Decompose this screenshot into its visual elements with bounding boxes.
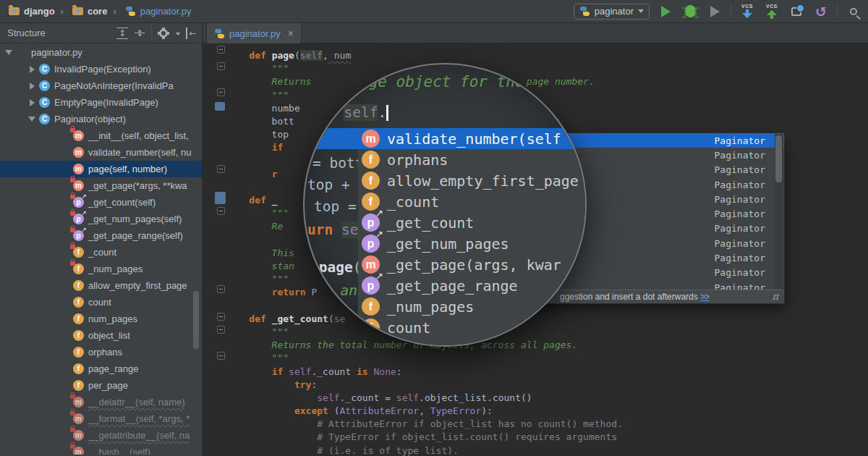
tree-item-label: _get_count(self) (88, 197, 156, 208)
close-icon[interactable]: × (288, 28, 294, 39)
fold-marker-icon[interactable] (217, 207, 225, 215)
fold-marker-icon[interactable] (217, 165, 225, 173)
completion-item-label: _get_count (387, 214, 474, 232)
structure-tree-item[interactable]: m __getattribute__(self, na (0, 427, 202, 444)
structure-tree-item[interactable]: f page_range (0, 360, 202, 377)
vcs-update-button[interactable]: VCS (739, 4, 756, 19)
run-button[interactable] (657, 3, 674, 20)
completion-item-type: Paginator (715, 253, 784, 263)
structure-tree-item[interactable]: C PageNotAnInteger(InvalidPa (0, 77, 202, 94)
symbol-kind-icon: m (73, 397, 84, 408)
structure-tree-item[interactable]: C EmptyPage(InvalidPage) (0, 94, 202, 111)
symbol-kind-icon: m (73, 164, 84, 174)
tree-item-label: _get_num_pages(self) (88, 214, 182, 224)
collapse-all-icon[interactable]: ↕ (134, 28, 145, 39)
completion-item[interactable]: p _get_page_range (358, 275, 587, 296)
completion-item[interactable]: m validate_number(self (358, 128, 587, 149)
structure-tree-item[interactable]: f _count (0, 244, 202, 261)
tree-item-label: PageNotAnInteger(InvalidPa (54, 80, 174, 91)
symbol-kind-icon: f (73, 247, 84, 258)
structure-tree-item[interactable]: m __delattr__(self, name) (0, 394, 202, 410)
chevron-right-icon: › (111, 6, 117, 17)
structure-tree-item[interactable]: f orphans (0, 344, 202, 360)
completion-scrollbar[interactable] (775, 135, 782, 182)
undo-button[interactable]: ↺ (812, 3, 830, 20)
symbol-kind-icon: f (73, 330, 84, 341)
completion-item[interactable]: m _get_page(args, kwar (358, 254, 587, 275)
fold-marker-icon[interactable] (217, 285, 225, 293)
completion-item-type: Paginator (715, 194, 784, 205)
symbol-kind-icon: m (73, 180, 84, 191)
fold-marker-icon[interactable] (217, 352, 225, 360)
run-with-coverage-button[interactable] (706, 3, 723, 20)
search-everywhere-button[interactable] (845, 3, 862, 20)
structure-tree-item[interactable]: p _get_count(self) (0, 194, 202, 211)
tree-item-label: paginator.py (31, 47, 82, 58)
structure-tree-item[interactable]: p _get_num_pages(self) (0, 211, 202, 227)
structure-tree-item[interactable]: m __hash__(self) (0, 444, 202, 455)
completion-hint-text: ggestion and insert a dot afterwards >> (560, 292, 709, 302)
debug-button[interactable] (681, 3, 699, 20)
expand-all-icon[interactable]: ↕ (116, 28, 128, 39)
tree-item-label: __format__(self, *args, * (88, 413, 190, 424)
structure-scrollbar[interactable] (193, 291, 199, 349)
private-lock-icon (70, 211, 75, 216)
local-history-button[interactable] (788, 3, 805, 20)
fold-marker-icon[interactable] (217, 313, 225, 321)
completion-item[interactable]: p _get_count (358, 212, 587, 233)
completion-item-type: Paginator (715, 180, 784, 190)
private-lock-icon (70, 228, 75, 232)
structure-tree-item[interactable]: m _get_page(*args, **kwa (0, 177, 202, 194)
tree-expander-icon[interactable] (3, 50, 14, 55)
editor-surface[interactable]: def page(self, num """ Returns page numb… (203, 43, 868, 456)
fold-marker-icon[interactable] (217, 88, 225, 96)
breadcrumb-item[interactable]: django › (6, 4, 68, 18)
editor-gutter (203, 43, 226, 456)
tree-expander-icon[interactable] (26, 99, 38, 106)
completion-item[interactable]: p _get_num_pages (358, 233, 587, 254)
structure-tree-item[interactable]: p _get_page_range(self) (0, 227, 202, 244)
tree-expander-icon[interactable] (26, 83, 38, 90)
structure-tree-item[interactable]: m __init__(self, object_list, (0, 127, 202, 144)
autoscroll-from-source-icon[interactable]: ← (186, 28, 197, 39)
tree-expander-icon[interactable] (26, 117, 38, 122)
fold-marker-icon[interactable] (217, 62, 225, 70)
settings-gear-icon[interactable] (158, 28, 169, 39)
hint-shortcut-link[interactable]: >> (700, 292, 709, 302)
structure-tree-item[interactable]: f allow_empty_first_page (0, 277, 202, 294)
breadcrumb-icon (125, 6, 136, 17)
tree-item-label: EmptyPage(InvalidPage) (54, 97, 158, 108)
structure-tree-item[interactable]: C Paginator(object) (0, 111, 202, 127)
structure-tree-item[interactable]: f num_pages (0, 311, 202, 327)
structure-tree-item[interactable]: m __format__(self, *args, * (0, 410, 202, 427)
breadcrumb-item[interactable]: paginator.py (122, 4, 195, 18)
fold-marker-icon[interactable] (217, 46, 225, 54)
completion-scrollbar-track[interactable] (775, 134, 783, 290)
completion-item-type: Paginator (715, 150, 784, 161)
completion-item-label: allow_empty_first_page (387, 172, 579, 190)
tree-item-label: _get_page_range(self) (88, 230, 183, 241)
structure-tree-item[interactable]: f per_page (0, 377, 202, 394)
structure-tree-item[interactable]: m validate_number(self, nu (0, 144, 202, 161)
vcs-change-marker (215, 192, 226, 204)
completion-item-type: Paginator (715, 208, 784, 219)
search-icon (850, 8, 857, 15)
structure-tree-item[interactable]: C InvalidPage(Exception) (0, 61, 202, 77)
tree-expander-icon[interactable] (26, 66, 38, 73)
completion-item[interactable]: f orphans (358, 149, 587, 170)
breadcrumb-item[interactable]: core › (69, 4, 121, 18)
vcs-commit-button[interactable]: VCS (763, 4, 780, 19)
breadcrumb-label: paginator.py (140, 6, 192, 17)
structure-panel-header: Structure ↕ ↕ ← (0, 23, 202, 43)
symbol-kind-icon: f (362, 151, 380, 169)
fold-marker-icon[interactable] (217, 326, 225, 334)
structure-tree-item[interactable]: m page(self, number) (0, 161, 202, 177)
tab-paginator[interactable]: paginator.py × (206, 23, 302, 43)
completion-item[interactable]: f allow_empty_first_page (358, 170, 587, 191)
structure-tree-item[interactable]: f _num_pages (0, 261, 202, 277)
structure-tree-item[interactable]: f object_list (0, 327, 202, 344)
structure-tree-item[interactable]: f count (0, 294, 202, 311)
completion-item[interactable]: f _count (358, 191, 587, 212)
structure-tree-item[interactable]: paginator.py (0, 44, 202, 61)
run-configuration-select[interactable]: paginator (574, 4, 650, 20)
